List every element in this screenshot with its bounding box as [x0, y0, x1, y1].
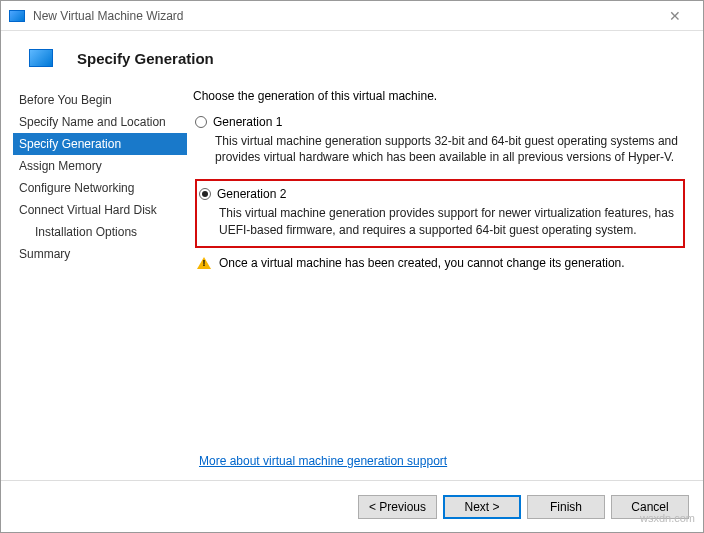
- wizard-window: New Virtual Machine Wizard ✕ Specify Gen…: [0, 0, 704, 533]
- wizard-body: Before You Begin Specify Name and Locati…: [1, 81, 703, 477]
- prompt-text: Choose the generation of this virtual ma…: [193, 89, 685, 103]
- warning-note: Once a virtual machine has been created,…: [195, 256, 685, 270]
- step-connect-vhd[interactable]: Connect Virtual Hard Disk: [13, 199, 187, 221]
- step-configure-networking[interactable]: Configure Networking: [13, 177, 187, 199]
- more-info-link[interactable]: More about virtual machine generation su…: [199, 454, 447, 468]
- step-specify-generation[interactable]: Specify Generation: [13, 133, 187, 155]
- wizard-header: Specify Generation: [1, 31, 703, 81]
- step-installation-options[interactable]: Installation Options: [13, 221, 187, 243]
- gen1-description: This virtual machine generation supports…: [215, 133, 685, 165]
- next-button[interactable]: Next >: [443, 495, 521, 519]
- step-before-you-begin[interactable]: Before You Begin: [13, 89, 187, 111]
- gen2-description: This virtual machine generation provides…: [219, 205, 675, 237]
- gen1-radio[interactable]: [195, 116, 207, 128]
- window-title: New Virtual Machine Wizard: [33, 9, 655, 23]
- warning-icon: [197, 257, 211, 269]
- titlebar: New Virtual Machine Wizard ✕: [1, 1, 703, 31]
- gen2-radio[interactable]: [199, 188, 211, 200]
- warning-text: Once a virtual machine has been created,…: [219, 256, 625, 270]
- content-panel: Choose the generation of this virtual ma…: [187, 81, 703, 477]
- gen1-option[interactable]: Generation 1: [195, 115, 685, 129]
- finish-button[interactable]: Finish: [527, 495, 605, 519]
- header-icon: [29, 49, 53, 67]
- gen2-highlight: Generation 2 This virtual machine genera…: [195, 179, 685, 247]
- gen1-label: Generation 1: [213, 115, 282, 129]
- app-icon: [9, 10, 25, 22]
- gen2-option[interactable]: Generation 2: [199, 187, 675, 201]
- watermark: wsxdn.com: [640, 512, 695, 524]
- step-summary[interactable]: Summary: [13, 243, 187, 265]
- generation-radio-group: Generation 1 This virtual machine genera…: [193, 115, 685, 270]
- page-title: Specify Generation: [77, 50, 214, 67]
- wizard-footer: < Previous Next > Finish Cancel: [1, 480, 703, 532]
- gen2-label: Generation 2: [217, 187, 286, 201]
- previous-button[interactable]: < Previous: [358, 495, 437, 519]
- step-specify-name[interactable]: Specify Name and Location: [13, 111, 187, 133]
- step-sidebar: Before You Begin Specify Name and Locati…: [1, 81, 187, 477]
- close-button[interactable]: ✕: [655, 2, 695, 30]
- help-link-row: More about virtual machine generation su…: [199, 454, 447, 468]
- step-assign-memory[interactable]: Assign Memory: [13, 155, 187, 177]
